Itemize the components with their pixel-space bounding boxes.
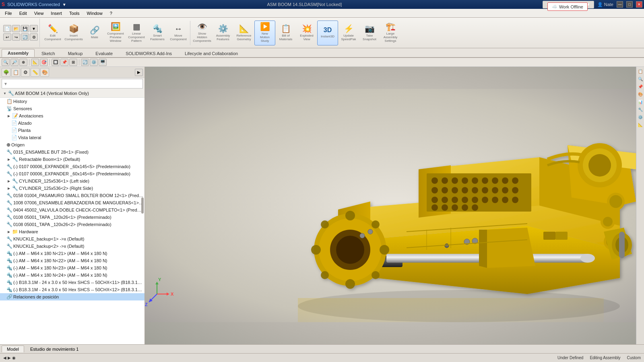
sec-monitor-btn[interactable]: 🖥️ — [99, 59, 107, 66]
sec-grid-btn[interactable]: ⊞ — [69, 59, 77, 66]
open-button[interactable]: 📂 — [12, 25, 20, 32]
cyl1-expand[interactable]: ▶ — [6, 179, 11, 183]
tree-item-knuckle1[interactable]: 🔧 KNUCKLE_backup<1> ->x (Default) — [0, 235, 144, 243]
edit-component-button[interactable]: ✏️ EditComponent — [42, 21, 63, 45]
take-snapshot-button[interactable]: 📷 TakeSnapshot — [359, 21, 380, 45]
sec-search-btn[interactable]: 🔍 — [2, 59, 10, 66]
save-dropdown[interactable]: ▼ — [30, 25, 38, 32]
tree-item-sensors[interactable]: 📡 Sensores — [0, 105, 144, 112]
rsb-pin-icon[interactable]: 📌 — [637, 83, 644, 90]
bottom-tab-motion[interactable]: Estudio de movimiento 1 — [25, 346, 84, 353]
tree-item-abrazadera[interactable]: 🔧 1008 07006_ENSAMBLE ABRAZADERA DE MANG… — [0, 199, 144, 206]
sec-plane-btn[interactable]: 📐 — [31, 59, 39, 66]
tree-item-relaciones[interactable]: 🔗 Relaciones de posición — [0, 293, 144, 300]
redo-button[interactable]: ↪ — [12, 33, 20, 41]
tree-item-b1[interactable]: 🔩 (-) B18.3.1M - 24 x 3.0 x 50 Hex SHCS … — [0, 279, 144, 286]
sec-render-btn[interactable]: 🔄 — [81, 59, 89, 66]
3d-viewport[interactable]: X Y Z 📋 🔍 📌 🎨 📊 🔧 ⚙️ 📐 — [145, 67, 644, 344]
smart-fasteners-button[interactable]: 🔩 SmartFasteners — [147, 21, 168, 45]
menu-view[interactable]: View — [31, 10, 47, 16]
insert-components-button[interactable]: 📦 InsertComponents — [63, 21, 84, 45]
properties-tab[interactable]: 📋 — [11, 68, 20, 77]
rsb-clipboard-icon[interactable]: 📋 — [637, 68, 644, 75]
hw-expand[interactable]: ▶ — [6, 229, 11, 234]
large-assembly-button[interactable]: 🏗️ LargeAssemblySettings — [380, 21, 401, 45]
menu-tools[interactable]: Tools — [66, 10, 83, 16]
tree-item-am1[interactable]: 🔩 (-) AM -- M64 x 180 N<21> (AM -- M64 x… — [0, 250, 144, 257]
tree-item-valvula[interactable]: 🔧 0404 45002_VALVULA DOBLE CHECK-COMPLET… — [0, 206, 144, 214]
sec-pin-btn[interactable]: 📌 — [60, 59, 68, 66]
feature-tree-tab[interactable]: 🌳 — [2, 68, 10, 77]
minimize-button[interactable]: — — [617, 1, 623, 8]
menu-file[interactable]: File — [2, 10, 15, 16]
anotaciones-expand[interactable]: ▶ — [6, 113, 11, 118]
tab-assembly[interactable]: Assembly — [2, 49, 35, 57]
bottom-tab-model[interactable]: Model — [2, 346, 24, 352]
update-speedpak-button[interactable]: ⚡ UpdateSpeedPak — [338, 21, 359, 45]
menu-insert[interactable]: Insert — [47, 10, 65, 16]
cyl2-expand[interactable]: ▶ — [6, 186, 11, 191]
tree-item-origen[interactable]: ⊕ Origen — [0, 141, 144, 148]
tree-item-cylinder1[interactable]: ▶ 🔧 CYLINDER_125x536<1> (Left side) — [0, 177, 144, 185]
tree-item-hardware[interactable]: ▶ 📁 Hardware — [0, 228, 144, 235]
sec-rotate-btn[interactable]: ⊕ — [19, 59, 27, 66]
rsb-gear-icon[interactable]: ⚙️ — [637, 113, 644, 121]
component-preview-button[interactable]: 🖼️ ComponentPreviewWindow — [105, 21, 126, 45]
sec-target-btn[interactable]: 🎯 — [40, 59, 48, 66]
tree-item-history[interactable]: 📋 History — [0, 98, 144, 105]
tree-item-anotaciones[interactable]: ▶ 📝 Anotaciones — [0, 112, 144, 119]
bill-of-materials-button[interactable]: 📋 Bill ofMaterials — [275, 21, 296, 45]
tree-item-tapa2[interactable]: 🔧 0108 05001_TAPA _120x26<2> (Predetermi… — [0, 221, 144, 228]
tab-lifecycle[interactable]: Lifecycle and Collaboration — [179, 49, 244, 57]
display-tab[interactable]: 🎨 — [40, 68, 49, 77]
tab-addins[interactable]: SOLIDWORKS Add-Ins — [120, 49, 178, 57]
retractable-expand[interactable]: ▶ — [6, 157, 11, 162]
tree-root-item[interactable]: ▼ 🔧 ASM BOOM 14 (Vertical Motion Only) — [0, 89, 144, 98]
tree-item-planta[interactable]: 📄 Planta — [0, 127, 144, 134]
tree-item-vista-lateral[interactable]: 📄 Vista lateral — [0, 134, 144, 141]
tree-item-pasamuro[interactable]: 🔧 0158 01004_PASAMURO SMALL BOLTER BOOM … — [0, 192, 144, 199]
new-motion-study-button[interactable]: ▶️ NewMotionStudy — [254, 21, 275, 45]
tree-item-expander5[interactable]: 🔧 (-) 0107 00006_EXPANDER _60x145<5> (Pr… — [0, 163, 144, 170]
tree-scrollbar-thumb[interactable] — [141, 197, 144, 214]
sec-zoom-btn[interactable]: 🔎 — [10, 59, 19, 66]
panel-expand-btn[interactable]: ▶ — [135, 69, 143, 76]
tree-item-retractable[interactable]: ▶ 🔧 Retractable Boom<1> (Default) — [0, 156, 144, 163]
menu-help[interactable]: ? — [107, 10, 116, 16]
show-hidden-button[interactable]: 👁️ ShowHiddenComponents — [192, 21, 213, 45]
save-button[interactable]: 💾 — [21, 25, 29, 32]
tree-item-alzado[interactable]: 📄 Alzado — [0, 119, 144, 127]
mate-button[interactable]: 🔗 Mate — [84, 21, 105, 45]
menu-window[interactable]: Window — [84, 10, 106, 16]
new-button[interactable]: 📄 — [3, 25, 11, 32]
expand-icon[interactable]: ▼ — [62, 2, 66, 7]
assembly-features-button[interactable]: ⚙️ AssemblyFeatures — [213, 21, 233, 45]
tab-markup[interactable]: Markup — [62, 49, 89, 57]
work-offline-button[interactable]: ☁️ Work Offline — [547, 2, 588, 11]
tree-item-expander6[interactable]: 🔧 (-) 0107 00006_EXPANDER _60x145<6> (Pr… — [0, 170, 144, 177]
rsb-chart-icon[interactable]: 📊 — [637, 98, 644, 105]
tab-evaluate[interactable]: Evaluate — [89, 49, 119, 57]
tab-sketch[interactable]: Sketch — [35, 49, 61, 57]
move-component-button[interactable]: ↔️ MoveComponent — [168, 21, 189, 45]
exploded-view-button[interactable]: 💥 ExplodedView — [296, 21, 317, 45]
rsb-search-icon[interactable]: 🔍 — [637, 75, 644, 82]
configuration-tab[interactable]: ⚙ — [21, 68, 30, 77]
reference-geometry-button[interactable]: 📐 ReferenceGeometry — [233, 21, 254, 45]
root-expand[interactable]: ▼ — [2, 91, 7, 96]
tree-item-am4[interactable]: 🔩 (-) AM -- M64 x 180 N<24> (AM -- M64 x… — [0, 272, 144, 279]
dim-expert-tab[interactable]: 📏 — [31, 68, 39, 77]
rsb-ruler-icon[interactable]: 📐 — [637, 121, 644, 128]
tree-item-knuckle2[interactable]: 🔧 KNUCKLE_backup<2> ->x (Default) — [0, 243, 144, 250]
tree-item-am3[interactable]: 🔩 (-) AM -- M64 x 180 N<23> (AM -- M64 x… — [0, 264, 144, 272]
tree-item-cylinder2[interactable]: ▶ 🔧 CYLINDER_125x536<2> (Right Side) — [0, 185, 144, 192]
tree-item-am2[interactable]: 🔩 (-) AM -- M64 x 180 N<22> (AM -- M64 x… — [0, 257, 144, 264]
menu-edit[interactable]: Edit — [16, 10, 30, 16]
maximize-button[interactable]: □ — [626, 1, 633, 8]
instant3d-button[interactable]: 3D Instant3D — [317, 21, 338, 45]
tree-item-b2[interactable]: 🔩 (-) B18.3.1M - 24 x 3.0 x 50 Hex SHCS … — [0, 286, 144, 293]
undo-button[interactable]: ↩ — [3, 33, 11, 41]
rsb-paint-icon[interactable]: 🎨 — [637, 90, 644, 98]
close-button[interactable]: ✕ — [636, 1, 642, 8]
linear-pattern-button[interactable]: ▦ Linear ComponentPattern — [126, 21, 147, 45]
